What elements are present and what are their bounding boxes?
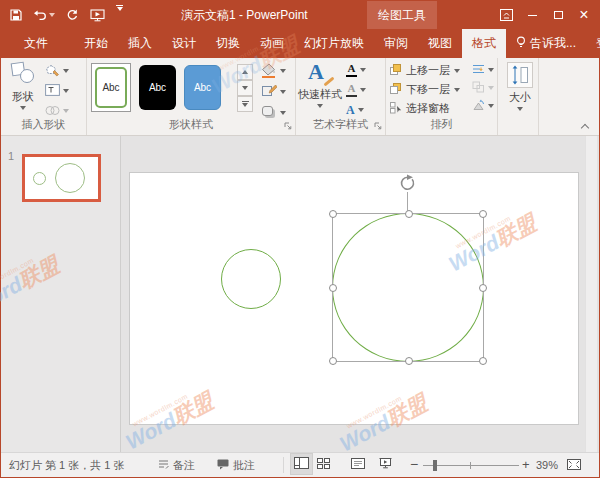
send-backward-label: 下移一层 <box>406 82 450 97</box>
slide-thumbnail-panel: 1 <box>1 136 121 452</box>
minimize-button[interactable] <box>519 1 545 29</box>
tab-design[interactable]: 设计 <box>162 29 206 58</box>
resize-handle-bottom[interactable] <box>405 357 413 365</box>
selection-box[interactable] <box>332 213 484 362</box>
resize-handle-bottom-right[interactable] <box>479 357 487 365</box>
resize-handle-top-right[interactable] <box>479 210 487 218</box>
notes-button[interactable]: 备注 <box>158 453 195 477</box>
normal-view-button[interactable] <box>290 453 313 475</box>
tab-tellme[interactable]: 告诉我... <box>506 29 586 58</box>
send-backward-button[interactable]: 下移一层 <box>390 81 460 98</box>
notes-icon <box>158 459 169 471</box>
thumbnail-small-circle <box>33 172 46 185</box>
align-button[interactable] <box>470 62 496 77</box>
text-box-icon <box>45 84 60 98</box>
shape-style-thumb-black[interactable]: Abc <box>139 65 176 110</box>
gallery-more-icon[interactable] <box>237 96 253 112</box>
tab-animations[interactable]: 动画 <box>250 29 294 58</box>
sign-in-link[interactable]: 登录 <box>586 29 600 58</box>
slide-sorter-view-button[interactable] <box>314 453 333 475</box>
shape-outline-button[interactable] <box>259 83 288 101</box>
tab-slideshow[interactable]: 幻灯片放映 <box>294 29 374 58</box>
tab-review[interactable]: 审阅 <box>374 29 418 58</box>
shape-styles-dialog-launcher-icon[interactable] <box>284 120 292 132</box>
comments-button[interactable]: 批注 <box>217 453 255 477</box>
quick-styles-label: 快速样式 <box>298 87 342 102</box>
text-box-button[interactable] <box>43 82 71 100</box>
group-label-arrange: 排列 <box>386 117 497 132</box>
lightbulb-icon <box>516 36 526 52</box>
drawing-tools-context-label[interactable]: 绘图工具 <box>367 1 437 29</box>
slide-info: 幻灯片 第 1 张，共 1 张 <box>9 453 125 477</box>
slideshow-view-button[interactable] <box>376 453 395 475</box>
small-circle-shape[interactable] <box>221 249 281 309</box>
customize-qat-dropdown-icon[interactable] <box>115 5 124 25</box>
undo-icon[interactable] <box>32 5 56 25</box>
tab-file[interactable]: 文件 <box>11 29 61 58</box>
tab-format[interactable]: 格式 <box>462 29 506 58</box>
resize-handle-left[interactable] <box>329 284 337 292</box>
close-button[interactable]: × <box>571 1 597 29</box>
wordart-dialog-launcher-icon[interactable] <box>374 120 382 132</box>
group-shape-styles: Abc Abc Abc <box>87 58 296 135</box>
align-icon <box>472 63 485 77</box>
text-outline-button[interactable]: A <box>344 81 368 99</box>
group-objects-button[interactable] <box>470 80 496 95</box>
zoom-slider-thumb[interactable] <box>433 460 437 471</box>
slide-number: 1 <box>8 150 14 162</box>
tab-home[interactable]: 开始 <box>74 29 118 58</box>
shapes-button-label: 形状 <box>12 89 34 104</box>
text-outline-icon: A <box>346 83 357 97</box>
shape-style-gallery: Abc Abc Abc <box>91 63 221 112</box>
start-slideshow-icon[interactable] <box>89 5 106 25</box>
slide-canvas[interactable] <box>129 172 579 425</box>
rotate-button[interactable] <box>470 98 496 113</box>
maximize-button[interactable] <box>545 1 571 29</box>
bring-forward-label: 上移一层 <box>406 63 450 78</box>
resize-handle-top-left[interactable] <box>329 210 337 218</box>
gallery-down-icon[interactable] <box>237 80 253 96</box>
redo-icon[interactable] <box>65 5 80 25</box>
powerpoint-window: 演示文稿1 - PowerPoint 绘图工具 × 文件 开始 插入 设计 切换… <box>0 0 600 478</box>
ribbon-display-options-icon[interactable] <box>493 1 519 29</box>
normal-view-icon <box>294 457 309 471</box>
gallery-scroll <box>237 64 253 112</box>
shape-fill-button[interactable] <box>259 62 288 80</box>
ribbon-tab-bar: 文件 开始 插入 设计 切换 动画 幻灯片放映 审阅 视图 格式 告诉我... … <box>1 29 599 58</box>
shape-style-thumb-blue[interactable]: Abc <box>184 65 221 110</box>
bring-forward-button[interactable]: 上移一层 <box>390 62 460 79</box>
quick-styles-button[interactable]: A 快速样式 <box>298 61 342 108</box>
slide-thumbnail[interactable] <box>22 154 101 202</box>
tab-insert[interactable]: 插入 <box>118 29 162 58</box>
tab-tellme-label: 告诉我... <box>530 35 576 52</box>
gallery-up-icon[interactable] <box>237 64 253 80</box>
zoom-level[interactable]: 39% <box>536 453 558 477</box>
save-icon[interactable] <box>9 5 23 25</box>
resize-handle-bottom-left[interactable] <box>329 357 337 365</box>
selection-pane-label: 选择窗格 <box>406 101 450 116</box>
title-bar: 演示文稿1 - PowerPoint 绘图工具 × <box>1 1 599 29</box>
tab-transitions[interactable]: 切换 <box>206 29 250 58</box>
shapes-button[interactable]: 形状 <box>5 61 41 110</box>
resize-handle-right[interactable] <box>479 284 487 292</box>
zoom-slider-track[interactable] <box>423 465 519 466</box>
rotate-objects-icon <box>472 99 485 113</box>
quick-styles-icon: A <box>308 61 332 85</box>
undo-dropdown-icon[interactable] <box>49 13 55 17</box>
tab-view[interactable]: 视图 <box>418 29 462 58</box>
zoom-out-icon[interactable]: − <box>407 453 421 475</box>
text-fill-button[interactable]: A <box>344 61 368 79</box>
group-wordart-styles: A 快速样式 A A A <box>296 58 386 135</box>
edit-shape-button[interactable] <box>43 62 71 80</box>
fit-slide-to-window-icon[interactable] <box>564 453 584 475</box>
zoom-in-icon[interactable]: + <box>519 453 533 475</box>
shape-style-thumb-selected[interactable]: Abc <box>91 63 131 112</box>
selection-pane-button[interactable]: 选择窗格 <box>390 100 460 117</box>
rotate-handle-icon[interactable] <box>398 174 417 197</box>
resize-handle-top[interactable] <box>405 210 413 218</box>
reading-view-button[interactable] <box>348 453 368 475</box>
vertical-scrollbar[interactable] <box>585 136 597 452</box>
size-button[interactable]: 大小 <box>504 62 536 111</box>
collapse-ribbon-icon[interactable] <box>581 123 589 131</box>
send-backward-icon <box>390 83 402 97</box>
